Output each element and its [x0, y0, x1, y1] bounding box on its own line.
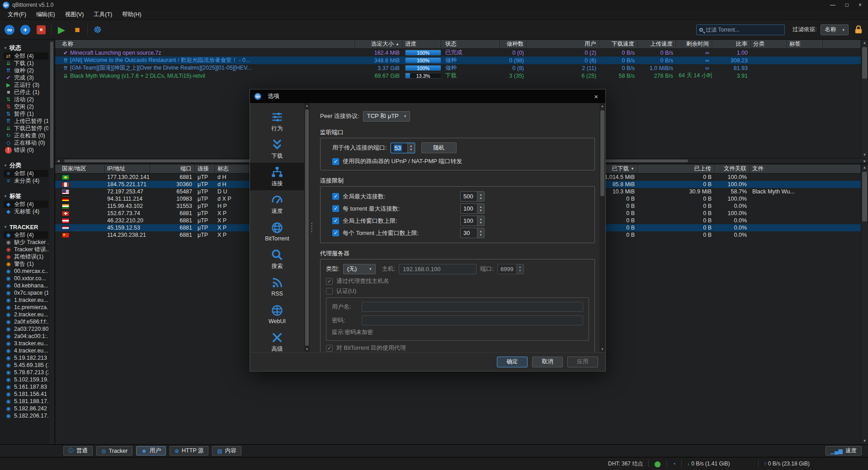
tags-section-header[interactable]: ▼标签: [4, 192, 48, 201]
tracker-filter-item[interactable]: ◉ 警告 (1): [4, 260, 48, 268]
column-progress[interactable]: 进度: [402, 40, 441, 48]
limit-checkbox[interactable]: ✓: [332, 193, 339, 200]
scroll-down-icon[interactable]: ▼: [304, 347, 310, 352]
tag-filter-item[interactable]: ◆ 全部 (4): [4, 201, 48, 208]
column-ratio[interactable]: 比率: [712, 40, 750, 48]
tracker-filter-item[interactable]: ◉ 2a04:ac00:1:...: [4, 333, 48, 340]
username-input[interactable]: [362, 302, 583, 312]
status-filter-item[interactable]: ⇅ 活动 (2): [4, 96, 48, 103]
column-connection[interactable]: 连接: [195, 164, 215, 173]
column-name[interactable]: 名称: [59, 40, 355, 48]
column-tags[interactable]: 标签: [787, 40, 823, 48]
close-button[interactable]: ×: [859, 2, 862, 8]
tracker-filter-item[interactable]: ◉ Tracker 错误...: [4, 246, 48, 253]
stop-button[interactable]: ■: [71, 24, 83, 36]
peers-list-scrollbar[interactable]: ▲ ▼: [861, 164, 868, 444]
column-status[interactable]: 状态: [441, 40, 500, 48]
torrent-list-scrollbar[interactable]: ▲ ▼: [861, 40, 868, 158]
tag-filter-item[interactable]: ◆ 无标签 (4): [4, 208, 48, 215]
limit-spinbox[interactable]: 100 ▲▼: [460, 203, 485, 214]
limit-spinbox[interactable]: 100 ▲▼: [460, 216, 485, 226]
tracker-filter-item[interactable]: ◉ 2a0f:e586:f:f:...: [4, 318, 48, 325]
limit-checkbox[interactable]: ✓: [332, 205, 339, 212]
upnp-checkbox[interactable]: ✓: [332, 158, 339, 165]
torrent-row[interactable]: ⇊Black Myth Wukong (v1.7.6 + 2 DLCs, MUL…: [55, 72, 868, 80]
detail-tab[interactable]: ▤ 内容: [212, 446, 241, 456]
limit-checkbox[interactable]: ✓: [332, 217, 339, 224]
tracker-section-header[interactable]: ▼TRACKER: [4, 222, 48, 231]
nav-downloads[interactable]: 下载: [250, 135, 304, 163]
status-filter-item[interactable]: ✔ 完成 (3): [4, 74, 48, 81]
proxy-port-spinbox[interactable]: 6999 ▲▼: [497, 264, 524, 274]
limit-checkbox[interactable]: ✓: [332, 230, 339, 236]
menu-help[interactable]: 帮助(H): [118, 10, 145, 19]
column-category[interactable]: 分类: [750, 40, 787, 48]
lock-icon[interactable]: [854, 25, 863, 34]
tracker-filter-item[interactable]: ◉ 全部 (4): [4, 231, 48, 239]
speed-graph-button[interactable]: ▁▄▆ 速度: [826, 446, 862, 456]
scroll-up-icon[interactable]: ▲: [599, 103, 605, 109]
proxy-type-select[interactable]: (无) ▾: [343, 264, 376, 274]
status-filter-item[interactable]: ↻ 正在检查 (0): [4, 132, 48, 139]
options-button[interactable]: ☸: [92, 24, 104, 36]
tracker-filter-item[interactable]: ◉ 2.tracker.eu....: [4, 311, 48, 318]
torrent-row[interactable]: ⇈[GM-Team][国漫][神国之上][Over the Divine Rea…: [55, 64, 868, 72]
resume-button[interactable]: ▶: [56, 24, 67, 36]
ok-button[interactable]: 确定: [497, 357, 528, 367]
status-filter-item[interactable]: ⇈ 上传已暂停 (1): [4, 118, 48, 125]
status-filter-item[interactable]: ⇈ 做种 (2): [4, 67, 48, 74]
limit-spinbox[interactable]: 500 ▲▼: [460, 191, 485, 202]
column-uploaded[interactable]: 已上传: [637, 164, 714, 173]
scroll-down-icon[interactable]: ▼: [861, 438, 868, 444]
tracker-filter-item[interactable]: ◉ 1.tracker.eu....: [4, 296, 48, 304]
add-torrent-link-button[interactable]: ∞: [4, 24, 15, 36]
column-seeds[interactable]: 做种数: [500, 40, 527, 48]
status-filter-item[interactable]: ⇄ 全部 (4): [4, 52, 48, 60]
nav-scrollbar[interactable]: ▲ ▼: [304, 103, 310, 352]
detail-tab[interactable]: ⊕ HTTP 源: [170, 446, 208, 456]
tracker-filter-item[interactable]: ◉ 其他错误(1): [4, 253, 48, 260]
proxy-host-input[interactable]: 192.168.0.100: [399, 264, 476, 274]
column-country[interactable]: 国家/地区: [59, 164, 104, 173]
nav-speed[interactable]: 速度: [250, 190, 304, 218]
tracker-filter-item[interactable]: ◉ 5.161.187.83 ...: [4, 383, 48, 390]
column-relevance[interactable]: 文件关联: [714, 164, 750, 173]
tracker-filter-item[interactable]: ◉ 5.182.206.17...: [4, 412, 48, 419]
detail-tab[interactable]: ⓘ 普通: [63, 446, 93, 456]
categories-section-header[interactable]: ▼分类: [4, 161, 48, 170]
category-filter-item[interactable]: ≡ 未分类 (4): [4, 177, 48, 184]
speed-limit-icon[interactable]: ◔: [672, 461, 676, 467]
incoming-port-spinbox[interactable]: 53 ▲▼: [391, 143, 415, 153]
nav-rss[interactable]: RSS: [250, 273, 304, 301]
scroll-down-icon[interactable]: ▼: [599, 346, 605, 352]
status-filter-item[interactable]: ⇊ 下载已暂停 (0): [4, 125, 48, 132]
tracker-filter-item[interactable]: ◉ 5.102.159.19...: [4, 376, 48, 383]
column-dlspeed[interactable]: 下载速度: [599, 40, 637, 48]
options-scrollbar[interactable]: ▲ ▼: [599, 103, 605, 352]
tracker-filter-item[interactable]: ◉ 5.181.156.41 ...: [4, 390, 48, 398]
column-port[interactable]: 端口: [150, 164, 195, 173]
nav-advanced[interactable]: 高级: [250, 328, 304, 352]
menu-edit[interactable]: 编辑(E): [32, 10, 59, 19]
scroll-up-icon[interactable]: ▲: [861, 164, 868, 171]
proxy-auth-checkbox[interactable]: [326, 288, 333, 295]
scroll-up-icon[interactable]: ▲: [861, 40, 868, 46]
detail-tab[interactable]: ◎ Tracker: [96, 446, 132, 456]
cancel-button[interactable]: 取消: [532, 357, 563, 367]
spin-arrows-icon[interactable]: ▲▼: [477, 192, 484, 201]
tracker-filter-item[interactable]: ◉ 1c.premierza...: [4, 304, 48, 311]
tracker-filter-item[interactable]: ◉ 00.mercax.c...: [4, 268, 48, 275]
status-filter-item[interactable]: ! 错误 (0): [4, 146, 48, 154]
column-size[interactable]: 选定大小▲: [355, 40, 402, 48]
category-filter-item[interactable]: ≡ 全部 (4): [4, 170, 48, 177]
tracker-filter-item[interactable]: ◉ 缺少 Tracker ...: [4, 239, 48, 246]
spin-arrows-icon[interactable]: ▲▼: [516, 264, 524, 274]
scroll-down-icon[interactable]: ▼: [861, 152, 868, 158]
menu-tools[interactable]: 工具(T): [90, 10, 116, 19]
status-filter-item[interactable]: ▶ 正运行 (3): [4, 81, 48, 89]
status-section-header[interactable]: ▼状态: [4, 43, 48, 52]
tracker-filter-item[interactable]: ◉ 3.tracker.eu....: [4, 340, 48, 347]
menu-file[interactable]: 文件(F): [4, 10, 30, 19]
spin-arrows-icon[interactable]: ▲▼: [477, 204, 484, 213]
tracker-filter-item[interactable]: ◉ 0d.kebhana....: [4, 282, 48, 289]
